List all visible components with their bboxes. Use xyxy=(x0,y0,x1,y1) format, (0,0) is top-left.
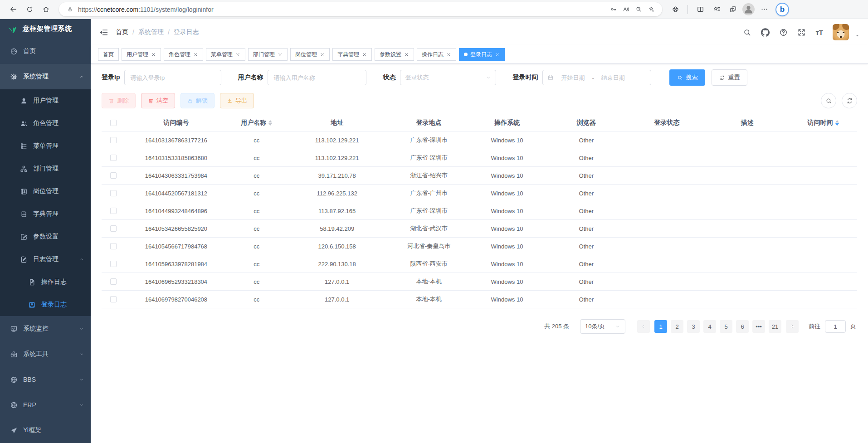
sidebar-item-10[interactable]: 操作日志 xyxy=(0,271,91,293)
row-checkbox[interactable] xyxy=(110,278,117,285)
avatar-caret-down-icon[interactable] xyxy=(855,33,860,38)
search-button[interactable]: 搜索 xyxy=(669,69,705,86)
sidebar-item-6[interactable]: 岗位管理 xyxy=(0,180,91,203)
address-bar[interactable]: https://ccnetcore.com:1101/system/log/lo… xyxy=(59,2,662,16)
row-checkbox[interactable] xyxy=(110,155,117,161)
prev-page-button[interactable] xyxy=(637,320,650,333)
row-checkbox[interactable] xyxy=(110,243,117,249)
breadcrumb-home[interactable]: 首页 xyxy=(116,28,128,36)
close-icon[interactable] xyxy=(446,52,451,57)
sidebar-fold-icon[interactable] xyxy=(99,28,108,37)
next-page-button[interactable] xyxy=(786,320,799,333)
sidebar-item-9[interactable]: 日志管理 xyxy=(0,248,91,271)
password-key-icon[interactable] xyxy=(607,4,619,15)
tab-9[interactable]: 登录日志 xyxy=(459,48,505,61)
sidebar-item-4[interactable]: 菜单管理 xyxy=(0,135,91,157)
row-checkbox[interactable] xyxy=(110,208,117,214)
back-icon[interactable] xyxy=(6,3,20,16)
unlock-button[interactable]: 解锁 xyxy=(180,93,215,108)
home-icon[interactable] xyxy=(39,3,53,16)
page-button[interactable]: 4 xyxy=(703,320,716,333)
sidebar-item-3[interactable]: 角色管理 xyxy=(0,112,91,135)
end-date-input[interactable] xyxy=(597,74,629,81)
tab-7[interactable]: 参数设置 xyxy=(375,48,414,61)
login-ip-input[interactable] xyxy=(124,70,221,85)
status-select[interactable]: 登录状态 xyxy=(400,70,496,85)
row-checkbox[interactable] xyxy=(110,137,117,143)
sidebar-item-12[interactable]: 系统监控 xyxy=(0,316,91,341)
tab-1[interactable]: 用户管理 xyxy=(122,48,161,61)
tab-4[interactable]: 部门管理 xyxy=(248,48,288,61)
column-header-1[interactable]: 用户名称 xyxy=(227,114,286,131)
sidebar-item-16[interactable]: Yi框架 xyxy=(0,418,91,443)
favorites-icon[interactable] xyxy=(710,3,723,16)
refresh-table-button[interactable] xyxy=(842,93,857,108)
page-button[interactable]: 3 xyxy=(687,320,700,333)
fullscreen-icon[interactable] xyxy=(797,28,806,37)
font-size-icon[interactable] xyxy=(815,29,823,36)
row-checkbox[interactable] xyxy=(110,261,117,267)
tab-2[interactable]: 角色管理 xyxy=(164,48,203,61)
more-pages-button[interactable]: ••• xyxy=(752,320,765,333)
header-search-icon[interactable] xyxy=(743,28,751,37)
page-size-select[interactable]: 10条/页 xyxy=(580,319,625,334)
page-button[interactable]: 5 xyxy=(720,320,732,333)
sidebar-item-14[interactable]: BBS xyxy=(0,367,91,392)
toggle-search-button[interactable] xyxy=(821,93,836,108)
help-icon[interactable] xyxy=(779,28,788,37)
split-screen-icon[interactable] xyxy=(693,3,707,16)
tab-0[interactable]: 首页 xyxy=(98,48,119,61)
refresh-icon[interactable] xyxy=(23,3,36,16)
page-button[interactable]: 21 xyxy=(769,320,781,333)
tab-5[interactable]: 岗位管理 xyxy=(290,48,330,61)
tab-6[interactable]: 字典管理 xyxy=(332,48,372,61)
close-icon[interactable] xyxy=(278,52,283,57)
close-icon[interactable] xyxy=(362,52,367,57)
row-checkbox[interactable] xyxy=(110,296,117,302)
close-icon[interactable] xyxy=(193,52,198,57)
close-icon[interactable] xyxy=(235,52,240,57)
row-checkbox[interactable] xyxy=(110,225,117,232)
more-menu-icon[interactable] xyxy=(757,3,771,16)
page-button[interactable]: 1 xyxy=(654,320,667,333)
row-checkbox[interactable] xyxy=(110,172,117,179)
sidebar-item-2[interactable]: 用户管理 xyxy=(0,89,91,112)
user-avatar[interactable] xyxy=(833,24,849,40)
date-range-picker[interactable]: - xyxy=(542,70,651,85)
row-checkbox[interactable] xyxy=(110,190,117,196)
sidebar-item-5[interactable]: 部门管理 xyxy=(0,157,91,180)
github-icon[interactable] xyxy=(761,28,770,37)
delete-button[interactable]: 删除 xyxy=(102,93,136,108)
browser-profile-icon[interactable] xyxy=(742,3,755,15)
sidebar-item-8[interactable]: 参数设置 xyxy=(0,225,91,248)
sidebar-item-13[interactable]: 系统工具 xyxy=(0,341,91,367)
export-button[interactable]: 导出 xyxy=(220,93,254,108)
start-date-input[interactable] xyxy=(556,74,589,81)
sidebar-item-0[interactable]: 首页 xyxy=(0,39,91,64)
goto-page-input[interactable] xyxy=(825,320,846,333)
sidebar-item-7[interactable]: 字典管理 xyxy=(0,203,91,225)
page-button[interactable]: 6 xyxy=(736,320,749,333)
user-name-input[interactable] xyxy=(268,70,366,85)
page-button[interactable]: 2 xyxy=(671,320,683,333)
sidebar-item-1[interactable]: 系统管理 xyxy=(0,64,91,89)
close-icon[interactable] xyxy=(404,52,409,57)
select-all-checkbox[interactable] xyxy=(110,120,117,126)
sidebar-item-15[interactable]: ERP xyxy=(0,392,91,418)
favorite-add-icon[interactable] xyxy=(645,4,658,15)
column-header-8[interactable]: 访问时间 xyxy=(789,114,857,131)
browser-essentials-icon[interactable] xyxy=(668,3,682,16)
table-header-row: 访问编号用户名称地址登录地点操作系统浏览器登录状态描述访问时间 xyxy=(102,114,857,131)
copilot-icon[interactable] xyxy=(775,3,789,16)
tab-3[interactable]: 菜单管理 xyxy=(206,48,245,61)
collections-icon[interactable] xyxy=(726,3,740,16)
close-icon[interactable] xyxy=(151,52,156,57)
tab-8[interactable]: 操作日志 xyxy=(417,48,456,61)
close-icon[interactable] xyxy=(320,52,325,57)
sidebar-item-11[interactable]: 登录日志 xyxy=(0,293,91,316)
read-aloud-icon[interactable] xyxy=(619,4,632,15)
close-icon[interactable] xyxy=(495,52,500,57)
clear-button[interactable]: 清空 xyxy=(141,93,175,108)
reset-button[interactable]: 重置 xyxy=(712,69,747,86)
zoom-out-icon[interactable] xyxy=(632,4,645,15)
